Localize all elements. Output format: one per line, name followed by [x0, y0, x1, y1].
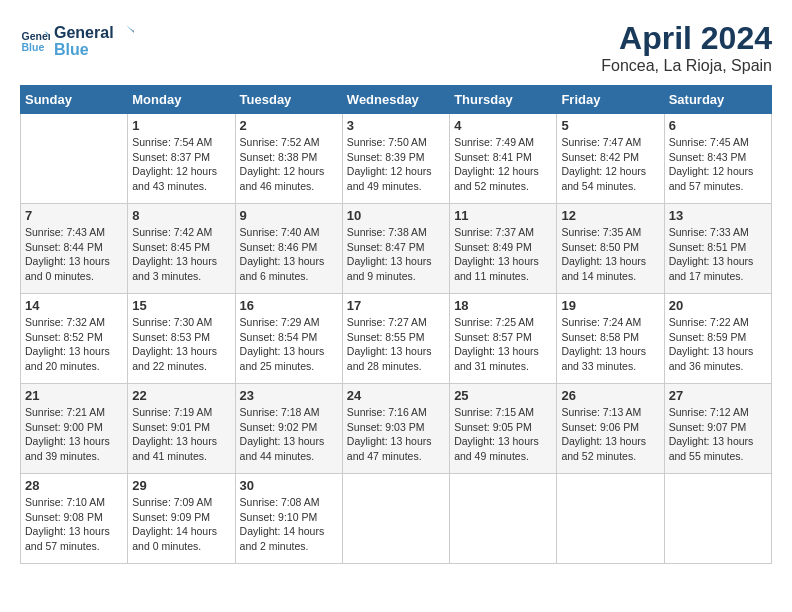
calendar-cell: 29Sunrise: 7:09 AM Sunset: 9:09 PM Dayli… [128, 474, 235, 564]
calendar-cell: 21Sunrise: 7:21 AM Sunset: 9:00 PM Dayli… [21, 384, 128, 474]
calendar-cell: 30Sunrise: 7:08 AM Sunset: 9:10 PM Dayli… [235, 474, 342, 564]
calendar-cell: 10Sunrise: 7:38 AM Sunset: 8:47 PM Dayli… [342, 204, 449, 294]
calendar-cell: 28Sunrise: 7:10 AM Sunset: 9:08 PM Dayli… [21, 474, 128, 564]
day-info: Sunrise: 7:32 AM Sunset: 8:52 PM Dayligh… [25, 315, 123, 374]
week-row-5: 28Sunrise: 7:10 AM Sunset: 9:08 PM Dayli… [21, 474, 772, 564]
day-number: 18 [454, 298, 552, 313]
day-info: Sunrise: 7:22 AM Sunset: 8:59 PM Dayligh… [669, 315, 767, 374]
calendar-cell: 3Sunrise: 7:50 AM Sunset: 8:39 PM Daylig… [342, 114, 449, 204]
calendar-table: SundayMondayTuesdayWednesdayThursdayFrid… [20, 85, 772, 564]
day-info: Sunrise: 7:42 AM Sunset: 8:45 PM Dayligh… [132, 225, 230, 284]
day-number: 27 [669, 388, 767, 403]
calendar-cell: 12Sunrise: 7:35 AM Sunset: 8:50 PM Dayli… [557, 204, 664, 294]
column-header-saturday: Saturday [664, 86, 771, 114]
calendar-cell: 15Sunrise: 7:30 AM Sunset: 8:53 PM Dayli… [128, 294, 235, 384]
day-number: 30 [240, 478, 338, 493]
day-info: Sunrise: 7:49 AM Sunset: 8:41 PM Dayligh… [454, 135, 552, 194]
column-header-sunday: Sunday [21, 86, 128, 114]
day-info: Sunrise: 7:18 AM Sunset: 9:02 PM Dayligh… [240, 405, 338, 464]
day-info: Sunrise: 7:35 AM Sunset: 8:50 PM Dayligh… [561, 225, 659, 284]
calendar-cell: 8Sunrise: 7:42 AM Sunset: 8:45 PM Daylig… [128, 204, 235, 294]
calendar-cell: 2Sunrise: 7:52 AM Sunset: 8:38 PM Daylig… [235, 114, 342, 204]
day-number: 3 [347, 118, 445, 133]
day-number: 2 [240, 118, 338, 133]
day-number: 8 [132, 208, 230, 223]
day-info: Sunrise: 7:19 AM Sunset: 9:01 PM Dayligh… [132, 405, 230, 464]
header-row: SundayMondayTuesdayWednesdayThursdayFrid… [21, 86, 772, 114]
day-number: 20 [669, 298, 767, 313]
day-number: 1 [132, 118, 230, 133]
day-info: Sunrise: 7:54 AM Sunset: 8:37 PM Dayligh… [132, 135, 230, 194]
day-number: 29 [132, 478, 230, 493]
calendar-cell: 14Sunrise: 7:32 AM Sunset: 8:52 PM Dayli… [21, 294, 128, 384]
calendar-cell [342, 474, 449, 564]
calendar-cell [557, 474, 664, 564]
logo-icon: General Blue [20, 25, 50, 55]
day-info: Sunrise: 7:12 AM Sunset: 9:07 PM Dayligh… [669, 405, 767, 464]
calendar-cell: 25Sunrise: 7:15 AM Sunset: 9:05 PM Dayli… [450, 384, 557, 474]
day-number: 9 [240, 208, 338, 223]
week-row-4: 21Sunrise: 7:21 AM Sunset: 9:00 PM Dayli… [21, 384, 772, 474]
svg-text:Blue: Blue [54, 41, 89, 58]
day-number: 26 [561, 388, 659, 403]
day-info: Sunrise: 7:29 AM Sunset: 8:54 PM Dayligh… [240, 315, 338, 374]
day-info: Sunrise: 7:45 AM Sunset: 8:43 PM Dayligh… [669, 135, 767, 194]
day-number: 13 [669, 208, 767, 223]
day-info: Sunrise: 7:38 AM Sunset: 8:47 PM Dayligh… [347, 225, 445, 284]
day-info: Sunrise: 7:27 AM Sunset: 8:55 PM Dayligh… [347, 315, 445, 374]
day-number: 24 [347, 388, 445, 403]
calendar-cell: 24Sunrise: 7:16 AM Sunset: 9:03 PM Dayli… [342, 384, 449, 474]
calendar-cell: 13Sunrise: 7:33 AM Sunset: 8:51 PM Dayli… [664, 204, 771, 294]
calendar-cell: 26Sunrise: 7:13 AM Sunset: 9:06 PM Dayli… [557, 384, 664, 474]
svg-text:Blue: Blue [22, 41, 45, 53]
month-title: April 2024 [601, 20, 772, 57]
calendar-cell [664, 474, 771, 564]
day-number: 11 [454, 208, 552, 223]
day-number: 28 [25, 478, 123, 493]
day-info: Sunrise: 7:15 AM Sunset: 9:05 PM Dayligh… [454, 405, 552, 464]
day-info: Sunrise: 7:40 AM Sunset: 8:46 PM Dayligh… [240, 225, 338, 284]
column-header-friday: Friday [557, 86, 664, 114]
calendar-cell: 20Sunrise: 7:22 AM Sunset: 8:59 PM Dayli… [664, 294, 771, 384]
week-row-3: 14Sunrise: 7:32 AM Sunset: 8:52 PM Dayli… [21, 294, 772, 384]
title-area: April 2024 Foncea, La Rioja, Spain [601, 20, 772, 75]
day-info: Sunrise: 7:09 AM Sunset: 9:09 PM Dayligh… [132, 495, 230, 554]
column-header-wednesday: Wednesday [342, 86, 449, 114]
day-info: Sunrise: 7:30 AM Sunset: 8:53 PM Dayligh… [132, 315, 230, 374]
calendar-cell: 18Sunrise: 7:25 AM Sunset: 8:57 PM Dayli… [450, 294, 557, 384]
day-info: Sunrise: 7:43 AM Sunset: 8:44 PM Dayligh… [25, 225, 123, 284]
calendar-cell: 16Sunrise: 7:29 AM Sunset: 8:54 PM Dayli… [235, 294, 342, 384]
calendar-cell: 22Sunrise: 7:19 AM Sunset: 9:01 PM Dayli… [128, 384, 235, 474]
day-number: 14 [25, 298, 123, 313]
calendar-cell: 6Sunrise: 7:45 AM Sunset: 8:43 PM Daylig… [664, 114, 771, 204]
day-number: 22 [132, 388, 230, 403]
day-number: 16 [240, 298, 338, 313]
day-number: 19 [561, 298, 659, 313]
day-info: Sunrise: 7:37 AM Sunset: 8:49 PM Dayligh… [454, 225, 552, 284]
day-number: 15 [132, 298, 230, 313]
calendar-cell: 11Sunrise: 7:37 AM Sunset: 8:49 PM Dayli… [450, 204, 557, 294]
day-number: 6 [669, 118, 767, 133]
calendar-cell [21, 114, 128, 204]
day-info: Sunrise: 7:13 AM Sunset: 9:06 PM Dayligh… [561, 405, 659, 464]
day-number: 25 [454, 388, 552, 403]
day-number: 4 [454, 118, 552, 133]
day-info: Sunrise: 7:08 AM Sunset: 9:10 PM Dayligh… [240, 495, 338, 554]
day-info: Sunrise: 7:10 AM Sunset: 9:08 PM Dayligh… [25, 495, 123, 554]
calendar-cell: 1Sunrise: 7:54 AM Sunset: 8:37 PM Daylig… [128, 114, 235, 204]
calendar-cell: 17Sunrise: 7:27 AM Sunset: 8:55 PM Dayli… [342, 294, 449, 384]
day-number: 10 [347, 208, 445, 223]
day-number: 21 [25, 388, 123, 403]
logo-svg: General Blue [54, 20, 134, 60]
day-number: 5 [561, 118, 659, 133]
calendar-cell: 27Sunrise: 7:12 AM Sunset: 9:07 PM Dayli… [664, 384, 771, 474]
svg-text:General: General [54, 24, 114, 41]
day-number: 7 [25, 208, 123, 223]
page-header: General Blue General Blue April 2024 Fon… [20, 20, 772, 75]
column-header-tuesday: Tuesday [235, 86, 342, 114]
location-title: Foncea, La Rioja, Spain [601, 57, 772, 75]
column-header-monday: Monday [128, 86, 235, 114]
day-info: Sunrise: 7:16 AM Sunset: 9:03 PM Dayligh… [347, 405, 445, 464]
day-number: 12 [561, 208, 659, 223]
day-info: Sunrise: 7:52 AM Sunset: 8:38 PM Dayligh… [240, 135, 338, 194]
